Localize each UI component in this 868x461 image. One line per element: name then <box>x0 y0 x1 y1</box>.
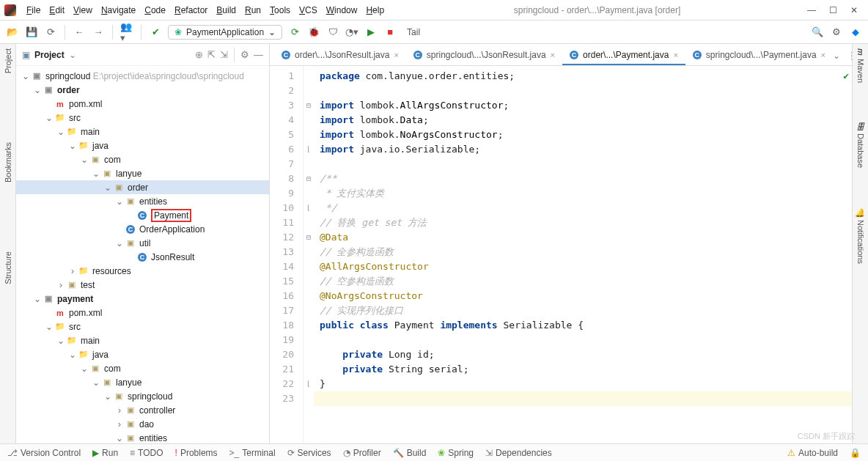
tree-node-orderapplication[interactable]: COrderApplication <box>16 222 269 236</box>
menu-build[interactable]: Build <box>213 4 239 17</box>
chevron-down-icon[interactable]: ⌄ <box>69 50 76 60</box>
stop-icon[interactable]: ■ <box>383 26 397 39</box>
menu-refactor[interactable]: Refactor <box>172 4 210 17</box>
tab-springcloudjsonresultjava[interactable]: Cspringcloud\...\JsonResult.java× <box>406 46 562 65</box>
menu-vcs[interactable]: VCS <box>296 4 320 17</box>
menu-window[interactable]: Window <box>323 4 361 17</box>
tree-node-java[interactable]: ⌄📁java <box>16 139 269 152</box>
menu-file[interactable]: File <box>23 4 43 17</box>
search-icon[interactable]: 🔍 <box>811 26 824 39</box>
close-tab-icon[interactable]: × <box>394 51 398 59</box>
tool-maven[interactable]: mMaven <box>856 48 865 83</box>
tree-node-order[interactable]: ⌄▣order <box>16 83 269 97</box>
tool-structure[interactable]: Structure <box>4 251 12 284</box>
tree-node-com[interactable]: ⌄▣com <box>16 152 269 166</box>
tree-node-main[interactable]: ⌄📁main <box>16 333 269 347</box>
gear-icon[interactable]: ⚙ <box>240 49 249 60</box>
tree-node-com[interactable]: ⌄▣com <box>16 361 269 375</box>
main-menu[interactable]: FileEditViewNavigateCodeRefactorBuildRun… <box>23 4 387 17</box>
users-icon[interactable]: 👥▾ <box>120 26 133 39</box>
status-spring[interactable]: ❀Spring <box>438 448 474 458</box>
status-services[interactable]: ⟳Services <box>287 448 331 458</box>
run-config-selector[interactable]: ❀ PaymentApplication ⌄ <box>168 25 282 40</box>
tree-node-test[interactable]: ›▣test <box>16 278 269 292</box>
status-build[interactable]: 🔨Build <box>393 448 427 458</box>
tool-notifications[interactable]: 🔔Notifications <box>856 207 865 264</box>
jetbrains-icon[interactable]: ◆ <box>849 26 862 39</box>
status-profiler[interactable]: ◔Profiler <box>343 448 381 458</box>
forward-icon[interactable]: → <box>92 26 105 39</box>
build-icon[interactable]: ⟳ <box>288 26 301 39</box>
check-icon[interactable]: ✔ <box>149 26 162 39</box>
tree-node-payment[interactable]: CPayment <box>16 208 269 222</box>
tree-node-order[interactable]: ⌄▣order <box>16 180 269 194</box>
tree-node-pomxml[interactable]: mpom.xml <box>16 306 269 320</box>
status-todo[interactable]: ≡TODO <box>130 448 163 458</box>
status-run[interactable]: ▶Run <box>92 448 118 458</box>
window-title: springcloud - order\...\Payment.java [or… <box>387 5 807 15</box>
hide-icon[interactable]: — <box>254 49 263 60</box>
tree-node-springcloud[interactable]: ⌄▣springcloud <box>16 389 269 403</box>
menu-code[interactable]: Code <box>141 4 169 17</box>
tool-database[interactable]: 🗄Database <box>856 122 865 168</box>
tree-node-lanyue[interactable]: ⌄▣lanyue <box>16 166 269 180</box>
lock-icon[interactable]: 🔒 <box>850 448 861 458</box>
expand-icon[interactable]: ⇱ <box>207 49 216 60</box>
settings-icon[interactable]: ⚙ <box>830 26 843 39</box>
collapse-icon[interactable]: ⇲ <box>220 49 228 60</box>
maximize-icon[interactable]: ☐ <box>829 5 837 15</box>
tree-node-java[interactable]: ⌄📁java <box>16 347 269 361</box>
status-terminal[interactable]: >_Terminal <box>229 448 276 458</box>
tool-project[interactable]: Project <box>4 48 12 73</box>
code-editor[interactable]: 1234567891011121314151617181920212223 ⊟⌊… <box>270 66 852 443</box>
tree-node-springcloud[interactable]: ⌄▣springcloud E:\project\idea\springclou… <box>16 69 269 83</box>
source-code[interactable]: package com.lanyue.order.entities; impor… <box>314 66 852 443</box>
locate-icon[interactable]: ⊕ <box>195 49 203 60</box>
tab-orderpaymentjava[interactable]: Corder\...\Payment.java× <box>562 46 685 65</box>
tree-node-src[interactable]: ⌄📁src <box>16 320 269 333</box>
menu-tools[interactable]: Tools <box>267 4 293 17</box>
tree-node-payment[interactable]: ⌄▣payment <box>16 292 269 306</box>
menu-view[interactable]: View <box>70 4 95 17</box>
back-icon[interactable]: ← <box>73 26 86 39</box>
menu-run[interactable]: Run <box>242 4 264 17</box>
save-icon[interactable]: 💾 <box>25 26 38 39</box>
tabs-dropdown-icon[interactable]: ⌄ <box>833 51 840 61</box>
close-tab-icon[interactable]: × <box>673 51 677 59</box>
profile-icon[interactable]: ◔▾ <box>345 26 358 39</box>
auto-build-toggle[interactable]: ⚠Auto-build <box>787 448 838 458</box>
tail-label[interactable]: Tail <box>407 27 420 37</box>
tool-bookmarks[interactable]: Bookmarks <box>4 142 12 182</box>
close-tab-icon[interactable]: × <box>821 51 825 59</box>
status-dependencies[interactable]: ⇲Dependencies <box>485 448 552 458</box>
tree-node-pomxml[interactable]: mpom.xml <box>16 97 269 111</box>
tree-node-controller[interactable]: ›▣controller <box>16 403 269 417</box>
coverage-icon[interactable]: 🛡 <box>326 26 339 39</box>
sync-icon[interactable]: ⟳ <box>44 26 57 39</box>
tab-orderjsonresultjava[interactable]: Corder\...\JsonResult.java× <box>274 46 406 65</box>
tree-node-resources[interactable]: ›📁resources <box>16 264 269 278</box>
tab-springcloudpaymentjava[interactable]: Cspringcloud\...\Payment.java× <box>685 46 833 65</box>
menu-navigate[interactable]: Navigate <box>98 4 139 17</box>
inspection-ok-icon[interactable]: ✔ <box>843 69 849 84</box>
gutter-marks[interactable]: ⊟⌊⊟⌊⊟⌊ <box>304 66 314 443</box>
project-tree[interactable]: ⌄▣springcloud E:\project\idea\springclou… <box>16 66 269 443</box>
run-icon[interactable]: ▶ <box>364 26 378 39</box>
open-icon[interactable]: 📂 <box>6 26 19 39</box>
minimize-icon[interactable]: — <box>807 5 816 15</box>
close-icon[interactable]: ✕ <box>850 5 858 15</box>
menu-help[interactable]: Help <box>363 4 387 17</box>
status-problems[interactable]: !Problems <box>175 448 218 458</box>
tree-node-src[interactable]: ⌄📁src <box>16 111 269 125</box>
tree-node-entities[interactable]: ⌄▣entities <box>16 194 269 208</box>
tree-node-dao[interactable]: ›▣dao <box>16 417 269 431</box>
tree-node-jsonresult[interactable]: CJsonResult <box>16 250 269 264</box>
tree-node-entities[interactable]: ⌄▣entities <box>16 431 269 443</box>
debug-icon[interactable]: 🐞 <box>307 26 320 39</box>
close-tab-icon[interactable]: × <box>551 51 555 59</box>
tree-node-main[interactable]: ⌄📁main <box>16 125 269 139</box>
tree-node-util[interactable]: ⌄▣util <box>16 236 269 250</box>
status-versioncontrol[interactable]: ⎇Version Control <box>7 448 81 458</box>
menu-edit[interactable]: Edit <box>46 4 67 17</box>
tree-node-lanyue[interactable]: ⌄▣lanyue <box>16 375 269 389</box>
